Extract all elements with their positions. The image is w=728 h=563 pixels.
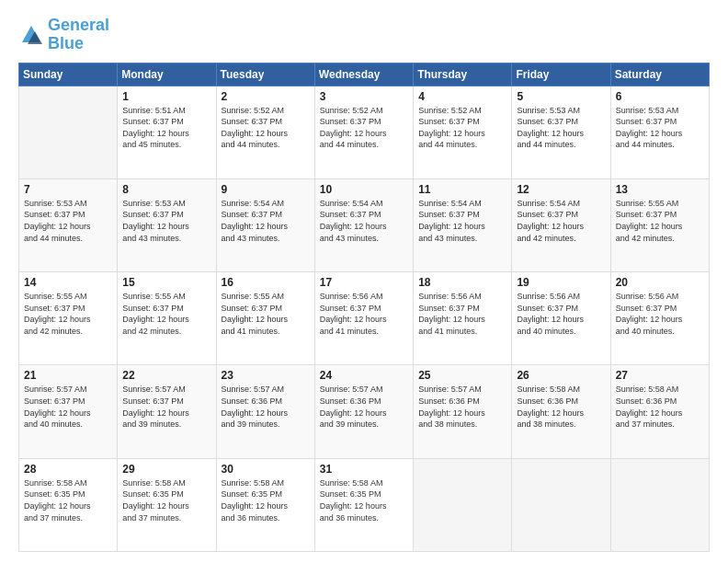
calendar-cell: 21Sunrise: 5:57 AM Sunset: 6:37 PM Dayli… <box>19 365 118 458</box>
day-info: Sunrise: 5:57 AM Sunset: 6:36 PM Dayligh… <box>222 384 310 430</box>
calendar-cell: 20Sunrise: 5:56 AM Sunset: 6:37 PM Dayli… <box>610 272 709 365</box>
week-row-2: 7Sunrise: 5:53 AM Sunset: 6:37 PM Daylig… <box>19 178 710 271</box>
day-number: 20 <box>616 276 704 289</box>
calendar-cell: 2Sunrise: 5:52 AM Sunset: 6:37 PM Daylig… <box>216 86 314 178</box>
day-info: Sunrise: 5:58 AM Sunset: 6:35 PM Dayligh… <box>320 477 408 523</box>
logo-icon <box>18 22 44 48</box>
day-info: Sunrise: 5:58 AM Sunset: 6:35 PM Dayligh… <box>24 477 112 523</box>
day-number: 17 <box>320 276 408 289</box>
day-number: 5 <box>517 90 605 103</box>
week-row-1: 1Sunrise: 5:51 AM Sunset: 6:37 PM Daylig… <box>19 86 710 178</box>
day-info: Sunrise: 5:55 AM Sunset: 6:37 PM Dayligh… <box>122 291 210 337</box>
day-info: Sunrise: 5:58 AM Sunset: 6:36 PM Dayligh… <box>616 384 704 430</box>
day-number: 15 <box>122 276 210 289</box>
calendar-cell: 3Sunrise: 5:52 AM Sunset: 6:37 PM Daylig… <box>314 86 413 178</box>
day-number: 29 <box>122 463 210 476</box>
day-number: 10 <box>320 183 408 196</box>
day-header-tuesday: Tuesday <box>216 63 314 86</box>
logo: General Blue <box>18 17 109 53</box>
page: General Blue SundayMondayTuesdayWednesda… <box>0 0 728 563</box>
day-number: 14 <box>24 276 112 289</box>
day-number: 1 <box>122 90 210 103</box>
calendar-cell: 26Sunrise: 5:58 AM Sunset: 6:36 PM Dayli… <box>512 365 610 458</box>
day-number: 3 <box>320 90 408 103</box>
day-number: 13 <box>616 183 704 196</box>
day-header-thursday: Thursday <box>414 63 512 86</box>
day-info: Sunrise: 5:56 AM Sunset: 6:37 PM Dayligh… <box>616 291 704 337</box>
day-info: Sunrise: 5:57 AM Sunset: 6:37 PM Dayligh… <box>24 384 112 430</box>
day-number: 8 <box>122 183 210 196</box>
week-row-3: 14Sunrise: 5:55 AM Sunset: 6:37 PM Dayli… <box>19 272 710 365</box>
day-number: 23 <box>222 369 310 382</box>
day-info: Sunrise: 5:56 AM Sunset: 6:37 PM Dayligh… <box>517 291 605 337</box>
calendar-cell: 11Sunrise: 5:54 AM Sunset: 6:37 PM Dayli… <box>414 178 512 271</box>
day-number: 21 <box>24 369 112 382</box>
day-number: 4 <box>418 90 506 103</box>
calendar-cell: 24Sunrise: 5:57 AM Sunset: 6:36 PM Dayli… <box>314 365 413 458</box>
day-number: 12 <box>517 183 605 196</box>
calendar-cell: 14Sunrise: 5:55 AM Sunset: 6:37 PM Dayli… <box>19 272 118 365</box>
day-info: Sunrise: 5:52 AM Sunset: 6:37 PM Dayligh… <box>320 105 408 151</box>
day-number: 18 <box>418 276 506 289</box>
calendar-cell: 28Sunrise: 5:58 AM Sunset: 6:35 PM Dayli… <box>19 458 118 551</box>
calendar-cell: 31Sunrise: 5:58 AM Sunset: 6:35 PM Dayli… <box>314 458 413 551</box>
calendar-cell <box>19 86 118 178</box>
calendar-cell: 15Sunrise: 5:55 AM Sunset: 6:37 PM Dayli… <box>118 272 216 365</box>
calendar-cell: 13Sunrise: 5:55 AM Sunset: 6:37 PM Dayli… <box>610 178 709 271</box>
day-number: 2 <box>222 90 310 103</box>
day-number: 27 <box>616 369 704 382</box>
day-info: Sunrise: 5:53 AM Sunset: 6:37 PM Dayligh… <box>517 105 605 151</box>
day-info: Sunrise: 5:55 AM Sunset: 6:37 PM Dayligh… <box>24 291 112 337</box>
day-header-wednesday: Wednesday <box>314 63 413 86</box>
day-info: Sunrise: 5:53 AM Sunset: 6:37 PM Dayligh… <box>24 198 112 244</box>
day-info: Sunrise: 5:54 AM Sunset: 6:37 PM Dayligh… <box>517 198 605 244</box>
day-info: Sunrise: 5:52 AM Sunset: 6:37 PM Dayligh… <box>222 105 310 151</box>
day-header-monday: Monday <box>118 63 216 86</box>
day-number: 22 <box>122 369 210 382</box>
calendar-cell <box>414 458 512 551</box>
calendar-cell: 29Sunrise: 5:58 AM Sunset: 6:35 PM Dayli… <box>118 458 216 551</box>
calendar-cell: 22Sunrise: 5:57 AM Sunset: 6:37 PM Dayli… <box>118 365 216 458</box>
day-header-friday: Friday <box>512 63 610 86</box>
day-number: 16 <box>222 276 310 289</box>
day-info: Sunrise: 5:58 AM Sunset: 6:36 PM Dayligh… <box>517 384 605 430</box>
day-info: Sunrise: 5:54 AM Sunset: 6:37 PM Dayligh… <box>418 198 506 244</box>
calendar-cell: 6Sunrise: 5:53 AM Sunset: 6:37 PM Daylig… <box>610 86 709 178</box>
calendar-cell: 17Sunrise: 5:56 AM Sunset: 6:37 PM Dayli… <box>314 272 413 365</box>
day-info: Sunrise: 5:58 AM Sunset: 6:35 PM Dayligh… <box>222 477 310 523</box>
week-row-5: 28Sunrise: 5:58 AM Sunset: 6:35 PM Dayli… <box>19 458 710 551</box>
day-info: Sunrise: 5:52 AM Sunset: 6:37 PM Dayligh… <box>418 105 506 151</box>
day-info: Sunrise: 5:57 AM Sunset: 6:36 PM Dayligh… <box>418 384 506 430</box>
calendar-cell <box>512 458 610 551</box>
day-number: 9 <box>222 183 310 196</box>
day-header-saturday: Saturday <box>610 63 709 86</box>
header: General Blue <box>18 17 710 53</box>
day-info: Sunrise: 5:56 AM Sunset: 6:37 PM Dayligh… <box>418 291 506 337</box>
day-number: 30 <box>222 463 310 476</box>
day-info: Sunrise: 5:54 AM Sunset: 6:37 PM Dayligh… <box>222 198 310 244</box>
calendar-cell: 16Sunrise: 5:55 AM Sunset: 6:37 PM Dayli… <box>216 272 314 365</box>
logo-text: General Blue <box>48 17 109 53</box>
day-info: Sunrise: 5:54 AM Sunset: 6:37 PM Dayligh… <box>320 198 408 244</box>
calendar-cell: 1Sunrise: 5:51 AM Sunset: 6:37 PM Daylig… <box>118 86 216 178</box>
calendar-cell: 30Sunrise: 5:58 AM Sunset: 6:35 PM Dayli… <box>216 458 314 551</box>
calendar-cell: 25Sunrise: 5:57 AM Sunset: 6:36 PM Dayli… <box>414 365 512 458</box>
week-row-4: 21Sunrise: 5:57 AM Sunset: 6:37 PM Dayli… <box>19 365 710 458</box>
calendar-table: SundayMondayTuesdayWednesdayThursdayFrid… <box>18 63 710 552</box>
day-info: Sunrise: 5:57 AM Sunset: 6:36 PM Dayligh… <box>320 384 408 430</box>
day-info: Sunrise: 5:55 AM Sunset: 6:37 PM Dayligh… <box>222 291 310 337</box>
calendar-cell: 5Sunrise: 5:53 AM Sunset: 6:37 PM Daylig… <box>512 86 610 178</box>
calendar-cell: 23Sunrise: 5:57 AM Sunset: 6:36 PM Dayli… <box>216 365 314 458</box>
calendar-cell: 19Sunrise: 5:56 AM Sunset: 6:37 PM Dayli… <box>512 272 610 365</box>
calendar-cell <box>610 458 709 551</box>
day-info: Sunrise: 5:55 AM Sunset: 6:37 PM Dayligh… <box>616 198 704 244</box>
day-number: 24 <box>320 369 408 382</box>
calendar-header-row: SundayMondayTuesdayWednesdayThursdayFrid… <box>19 63 710 86</box>
calendar-cell: 9Sunrise: 5:54 AM Sunset: 6:37 PM Daylig… <box>216 178 314 271</box>
calendar-cell: 7Sunrise: 5:53 AM Sunset: 6:37 PM Daylig… <box>19 178 118 271</box>
day-info: Sunrise: 5:57 AM Sunset: 6:37 PM Dayligh… <box>122 384 210 430</box>
day-number: 31 <box>320 463 408 476</box>
calendar-cell: 8Sunrise: 5:53 AM Sunset: 6:37 PM Daylig… <box>118 178 216 271</box>
day-number: 25 <box>418 369 506 382</box>
calendar-cell: 10Sunrise: 5:54 AM Sunset: 6:37 PM Dayli… <box>314 178 413 271</box>
